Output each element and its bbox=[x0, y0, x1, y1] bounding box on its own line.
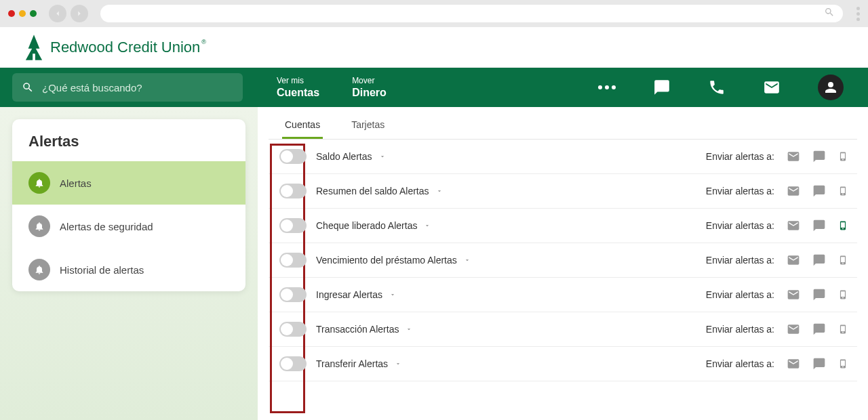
mobile-icon[interactable] bbox=[838, 219, 848, 232]
channel-icons bbox=[787, 288, 852, 301]
chat-icon[interactable] bbox=[812, 219, 826, 232]
chat-icon[interactable] bbox=[812, 357, 826, 371]
bell-icon bbox=[28, 259, 50, 280]
alert-toggle[interactable] bbox=[279, 149, 307, 164]
nav-icons bbox=[598, 75, 856, 100]
minimize-window-dot[interactable] bbox=[19, 10, 26, 17]
sidebar-item-label: Alertas bbox=[60, 177, 92, 189]
main: Alertas AlertasAlertas de seguridadHisto… bbox=[0, 107, 868, 420]
alert-row-6: Transferir Alertas Enviar alertas a: bbox=[269, 347, 857, 381]
tabs: CuentasTarjetas bbox=[269, 107, 857, 140]
mail-icon[interactable] bbox=[787, 357, 800, 371]
alert-toggle[interactable] bbox=[279, 253, 307, 268]
more-icon[interactable] bbox=[598, 85, 616, 89]
channel-icons bbox=[787, 184, 852, 198]
search-icon bbox=[824, 7, 835, 20]
alert-label[interactable]: Ingresar Alertas bbox=[316, 289, 396, 300]
mobile-icon[interactable] bbox=[838, 288, 848, 301]
chevron-down-icon bbox=[389, 291, 396, 298]
send-to-label: Enviar alertas a: bbox=[706, 358, 774, 369]
alert-row-3: Vencimiento del préstamo Alertas Enviar … bbox=[269, 243, 857, 278]
url-bar[interactable] bbox=[100, 5, 843, 22]
person-icon bbox=[823, 79, 839, 96]
chevron-down-icon bbox=[379, 153, 386, 160]
mobile-icon[interactable] bbox=[838, 150, 848, 163]
send-to-label: Enviar alertas a: bbox=[706, 151, 774, 162]
chat-icon[interactable] bbox=[812, 184, 826, 198]
chat-icon[interactable] bbox=[812, 322, 826, 336]
browser-chrome bbox=[0, 0, 868, 27]
forward-button[interactable] bbox=[71, 5, 88, 22]
search-input[interactable] bbox=[42, 82, 233, 93]
alert-label-text: Transacción Alertas bbox=[316, 324, 399, 335]
alert-label[interactable]: Saldo Alertas bbox=[316, 151, 386, 162]
search-box[interactable] bbox=[12, 73, 243, 102]
search-icon bbox=[22, 81, 34, 93]
tab-tarjetas[interactable]: Tarjetas bbox=[349, 114, 387, 139]
bell-icon bbox=[28, 215, 50, 237]
mail-icon[interactable] bbox=[787, 322, 800, 336]
alert-label[interactable]: Resumen del saldo Alertas bbox=[316, 186, 443, 196]
tree-icon bbox=[24, 34, 43, 61]
chat-icon[interactable] bbox=[812, 253, 826, 267]
alert-label[interactable]: Transacción Alertas bbox=[316, 324, 412, 335]
mail-icon[interactable] bbox=[787, 253, 800, 267]
alert-label-text: Cheque liberado Alertas bbox=[316, 220, 417, 231]
mail-icon[interactable] bbox=[787, 288, 800, 301]
main-nav: Ver mis Cuentas Mover Dinero bbox=[0, 68, 868, 107]
alert-toggle[interactable] bbox=[279, 218, 307, 233]
alert-label-text: Vencimiento del préstamo Alertas bbox=[316, 255, 457, 266]
send-to-label: Enviar alertas a: bbox=[706, 186, 774, 196]
channel-icons bbox=[787, 357, 852, 371]
alert-label[interactable]: Vencimiento del préstamo Alertas bbox=[316, 255, 471, 266]
nav-big-label: Cuentas bbox=[277, 86, 319, 99]
send-to-label: Enviar alertas a: bbox=[706, 289, 774, 300]
mobile-icon[interactable] bbox=[838, 357, 848, 371]
sidebar-item-1[interactable]: Alertas de seguridad bbox=[12, 205, 245, 248]
nav-small-label: Mover bbox=[352, 76, 387, 85]
nav-accounts[interactable]: Ver mis Cuentas bbox=[277, 76, 319, 99]
sidebar-item-label: Historial de alertas bbox=[60, 264, 144, 276]
logo-bar: Redwood Credit Union® bbox=[0, 27, 868, 68]
chevron-down-icon bbox=[464, 257, 471, 264]
nav-move-money[interactable]: Mover Dinero bbox=[352, 76, 387, 99]
mobile-icon[interactable] bbox=[838, 184, 848, 198]
close-window-dot[interactable] bbox=[8, 10, 15, 17]
sidebar-item-0[interactable]: Alertas bbox=[12, 161, 245, 205]
chat-icon[interactable] bbox=[812, 150, 826, 163]
mail-icon[interactable] bbox=[787, 184, 800, 198]
alert-toggle[interactable] bbox=[279, 322, 307, 337]
alert-label[interactable]: Transferir Alertas bbox=[316, 358, 401, 369]
browser-menu[interactable] bbox=[856, 7, 860, 21]
maximize-window-dot[interactable] bbox=[30, 10, 37, 17]
alert-toggle[interactable] bbox=[279, 356, 307, 371]
mobile-icon[interactable] bbox=[838, 322, 848, 336]
phone-icon[interactable] bbox=[708, 79, 726, 96]
channel-icons bbox=[787, 150, 852, 163]
channel-icons bbox=[787, 253, 852, 267]
mail-icon[interactable] bbox=[787, 219, 800, 232]
alert-label-text: Saldo Alertas bbox=[316, 151, 372, 162]
mobile-icon[interactable] bbox=[838, 253, 848, 267]
alert-row-0: Saldo Alertas Enviar alertas a: bbox=[269, 140, 857, 174]
alert-toggle[interactable] bbox=[279, 184, 307, 198]
tab-cuentas[interactable]: Cuentas bbox=[282, 114, 323, 139]
sidebar-title: Alertas bbox=[12, 119, 245, 161]
alert-toggle[interactable] bbox=[279, 287, 307, 302]
content: CuentasTarjetas Saldo Alertas Enviar ale… bbox=[258, 107, 868, 420]
mail-icon[interactable] bbox=[763, 79, 781, 96]
chat-icon[interactable] bbox=[653, 79, 671, 96]
chat-icon[interactable] bbox=[812, 288, 826, 301]
alert-label-text: Ingresar Alertas bbox=[316, 289, 382, 300]
sidebar-item-label: Alertas de seguridad bbox=[60, 221, 153, 232]
back-button[interactable] bbox=[49, 5, 66, 22]
alert-label[interactable]: Cheque liberado Alertas bbox=[316, 220, 431, 231]
browser-nav-arrows bbox=[49, 5, 88, 22]
send-to-label: Enviar alertas a: bbox=[706, 255, 774, 266]
avatar[interactable] bbox=[818, 75, 844, 100]
sidebar-item-2[interactable]: Historial de alertas bbox=[12, 248, 245, 291]
logo[interactable]: Redwood Credit Union® bbox=[24, 34, 206, 61]
mail-icon[interactable] bbox=[787, 150, 800, 163]
logo-text: Redwood Credit Union® bbox=[50, 39, 206, 56]
channel-icons bbox=[787, 219, 852, 232]
